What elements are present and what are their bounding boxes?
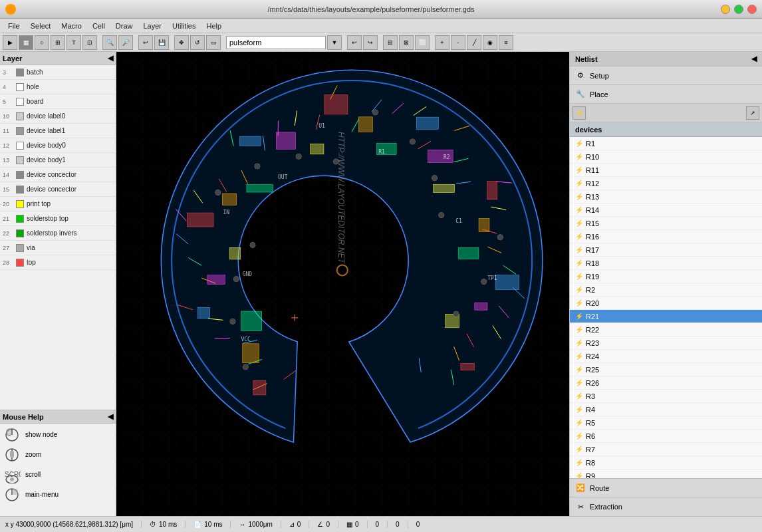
device-item-R4[interactable]: ⚡ R4 [570,403,762,416]
device-item-R21[interactable]: ⚡ R21 [570,310,762,323]
layer-item-print-top[interactable]: 20 print top [0,197,116,211]
device-icon: ⚡ [575,273,583,280]
device-icon: ⚡ [575,233,583,240]
setup-btn[interactable]: ⚙ Setup [570,66,762,85]
menu-select[interactable]: Select [25,21,57,31]
menu-cell[interactable]: Cell [87,21,110,31]
layer-item-solderstop-invers[interactable]: 22 solderstop invers [0,226,116,241]
toolbar-zoom-out-btn[interactable]: 🔎 [118,35,133,50]
device-item-R26[interactable]: ⚡ R26 [570,376,762,390]
device-item-R1[interactable]: ⚡ R1 [570,137,762,150]
menu-file[interactable]: File [3,21,25,31]
layer-item-device-concector[interactable]: 15 device concector [0,182,116,197]
layer-item-device-label1[interactable]: 11 device label1 [0,124,116,138]
layer-item-hole[interactable]: 4 hole [0,80,116,94]
toolbar-wire-btn[interactable]: ╱ [467,35,481,50]
layer-item-batch[interactable]: 3 batch [0,65,116,80]
toolbar-undo-area-btn[interactable]: ↩ [138,35,153,50]
device-item-R15[interactable]: ⚡ R15 [570,217,762,230]
toolbar-component-btn[interactable]: ⊡ [82,35,97,50]
toolbar-multisel-btn[interactable]: ⊞ [51,35,65,50]
menu-utilities[interactable]: Utilities [167,21,201,31]
device-item-R25[interactable]: ⚡ R25 [570,363,762,376]
toolbar-zoom-fit-btn[interactable]: ⊞ [383,35,398,50]
device-item-R23[interactable]: ⚡ R23 [570,336,762,350]
netlist-tb-btn2[interactable]: ↗ [746,106,759,120]
device-item-R11[interactable]: ⚡ R11 [570,164,762,177]
device-name: R15 [586,219,599,227]
layer-name: batch [27,68,43,76]
toolbar-text-btn[interactable]: T [66,35,81,50]
minimize-button[interactable] [721,5,730,14]
device-item-R20[interactable]: ⚡ R20 [570,297,762,310]
toolbar-move-btn[interactable]: ✥ [174,35,189,50]
device-item-R12[interactable]: ⚡ R12 [570,177,762,190]
layer-item-top[interactable]: 28 top [0,255,116,270]
toolbar-extra-btn[interactable]: ≡ [499,35,513,50]
val2-text: 0 [326,521,330,528]
menu-layer[interactable]: Layer [138,21,168,31]
menu-draw[interactable]: Draw [110,21,138,31]
netlist-collapse-btn[interactable]: ◀ [751,55,757,63]
toolbar-del-btn[interactable]: - [451,35,465,50]
toolbar-zoom-in-btn[interactable]: 🔍 [102,35,117,50]
layer-item-device-label0[interactable]: 10 device label0 [0,109,116,124]
device-item-R13[interactable]: ⚡ R13 [570,190,762,203]
toolbar-rot-btn[interactable]: ↺ [190,35,205,50]
device-item-R18[interactable]: ⚡ R18 [570,257,762,270]
toolbar-flip-btn[interactable]: ▭ [206,35,221,50]
layer-swatch [16,215,24,223]
device-item-R17[interactable]: ⚡ R17 [570,243,762,257]
toolbar-zoom-sel-btn[interactable]: ⊠ [399,35,414,50]
maximize-button[interactable] [734,5,743,14]
toolbar-circle-btn[interactable]: ○ [35,35,49,50]
device-item-R9[interactable]: ⚡ R9 [570,469,762,478]
device-item-R3[interactable]: ⚡ R3 [570,390,762,403]
device-item-R8[interactable]: ⚡ R8 [570,456,762,469]
layer-item-solderstop-top[interactable]: 21 solderstop top [0,211,116,226]
device-item-R2[interactable]: ⚡ R2 [570,283,762,297]
canvas-area[interactable]: HTTP://WWW.LAYOUTEDITOR.NET [116,52,569,516]
cell-input[interactable] [226,36,326,49]
toolbar-via-btn[interactable]: ◉ [483,35,497,50]
place-btn[interactable]: 🔧 Place [570,85,762,104]
extraction-btn[interactable]: ✂ Extraction [570,497,762,516]
device-item-R5[interactable]: ⚡ R5 [570,416,762,430]
layer-item-device-body1[interactable]: 13 device body1 [0,153,116,168]
layer-item-device-concector[interactable]: 14 device concector [0,168,116,182]
layer-num: 10 [3,113,16,120]
layer-collapse-btn[interactable]: ◀ [108,54,113,63]
layer-swatch [16,83,24,91]
toolbar-save-btn[interactable]: 💾 [154,35,169,50]
device-item-R24[interactable]: ⚡ R24 [570,350,762,363]
toolbar-undo-btn[interactable]: ↩ [347,35,362,50]
layer-item-device-body0[interactable]: 12 device body0 [0,138,116,153]
mouse-help-collapse-btn[interactable]: ◀ [108,412,113,421]
device-item-R16[interactable]: ⚡ R16 [570,230,762,243]
toolbar-grid-btn[interactable]: ▦ [19,35,33,50]
layer-item-board[interactable]: 5 board [0,94,116,109]
layer-item-via[interactable]: 27 via [0,241,116,255]
val6-segment: 0 [416,521,428,528]
toolbar-select-btn[interactable]: ▶ [3,35,17,50]
devices-list[interactable]: ⚡ R1 ⚡ R10 ⚡ R11 ⚡ R12 ⚡ R13 ⚡ R14 ⚡ R15… [570,137,762,478]
main-area: Layer ◀ 3 batch 4 hole 5 board 10 device… [0,52,762,516]
netlist-tb-btn1[interactable]: ⚡ [572,106,586,120]
toolbar-print-btn[interactable]: ⬜ [415,35,430,50]
device-item-R19[interactable]: ⚡ R19 [570,270,762,283]
device-item-R6[interactable]: ⚡ R6 [570,430,762,443]
device-item-R22[interactable]: ⚡ R22 [570,323,762,336]
menu-help[interactable]: Help [201,21,227,31]
menu-macro[interactable]: Macro [56,21,87,31]
toolbar-add-btn[interactable]: + [435,35,449,50]
toolbar-dropdown-btn[interactable]: ▼ [327,35,342,50]
route-btn[interactable]: 🔀 Route [570,479,762,497]
toolbar-redo-btn[interactable]: ↪ [363,35,378,50]
device-item-R14[interactable]: ⚡ R14 [570,203,762,217]
close-button[interactable] [747,5,757,14]
layer-list[interactable]: 3 batch 4 hole 5 board 10 device label0 … [0,65,116,410]
scale-segment: ↔ 1000μm [239,521,281,528]
device-item-R10[interactable]: ⚡ R10 [570,150,762,164]
device-item-R7[interactable]: ⚡ R7 [570,443,762,456]
layout-canvas[interactable] [116,52,569,516]
